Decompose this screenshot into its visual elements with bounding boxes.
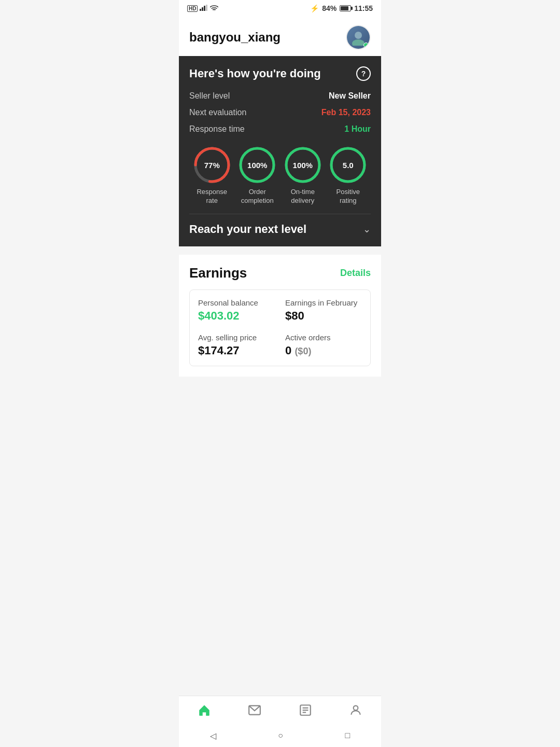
- active-orders-label: Active orders: [285, 333, 362, 342]
- orders-icon: [299, 703, 312, 720]
- svg-rect-2: [204, 6, 205, 11]
- svg-point-6: [352, 39, 365, 46]
- personal-balance-label: Personal balance: [198, 298, 275, 307]
- home-button[interactable]: ○: [278, 731, 283, 740]
- svg-point-5: [355, 32, 362, 39]
- metric-on-time-delivery: 100% On-timedelivery: [284, 146, 321, 205]
- battery-percent: 84%: [322, 4, 337, 12]
- status-bar: HD ⚡ 84%: [179, 0, 381, 17]
- next-evaluation-value: Feb 15, 2023: [321, 108, 371, 117]
- reach-next-level-text: Reach your next level: [189, 223, 306, 236]
- positive-rating-value: 5.0: [343, 161, 354, 170]
- earnings-section: Earnings Details Personal balance $403.0…: [179, 255, 381, 377]
- header: bangyou_xiang: [179, 17, 381, 56]
- response-rate-circle: 77%: [193, 146, 231, 184]
- avg-selling-price-item: Avg. selling price $174.27: [198, 333, 275, 357]
- order-completion-label: Ordercompletion: [241, 188, 274, 205]
- svg-point-4: [214, 10, 215, 10]
- card-header: Here's how you're doing ?: [189, 66, 371, 81]
- help-button[interactable]: ?: [356, 66, 371, 81]
- seller-level-label: Seller level: [189, 91, 230, 101]
- active-orders-sub: ($0): [295, 346, 311, 356]
- personal-balance-value: $403.02: [198, 309, 275, 323]
- next-evaluation-label: Next evaluation: [189, 108, 246, 117]
- metric-positive-rating: 5.0 Positiverating: [329, 146, 367, 205]
- svg-point-21: [354, 706, 358, 710]
- nav-orders[interactable]: [290, 701, 320, 722]
- message-icon: [248, 703, 261, 720]
- order-completion-value: 100%: [247, 161, 267, 170]
- home-icon: [198, 703, 211, 720]
- username: bangyou_xiang: [189, 30, 281, 45]
- response-time-value: 1 Hour: [344, 125, 371, 134]
- nav-home[interactable]: [189, 701, 219, 722]
- recents-button[interactable]: □: [345, 731, 351, 740]
- svg-rect-0: [200, 9, 201, 11]
- reach-next-level-row[interactable]: Reach your next level ⌄: [189, 223, 371, 236]
- nav-profile[interactable]: [341, 701, 371, 722]
- response-rate-label: Responserate: [197, 188, 227, 205]
- metric-response-rate: 77% Responserate: [193, 146, 231, 205]
- next-evaluation-row: Next evaluation Feb 15, 2023: [189, 108, 371, 117]
- signal-icon: [200, 5, 208, 12]
- android-nav: ◁ ○ □: [179, 726, 381, 747]
- earnings-grid: Personal balance $403.02 Earnings in Feb…: [198, 298, 362, 357]
- seller-level-row: Seller level New Seller: [189, 91, 371, 101]
- battery-icon: [340, 5, 351, 11]
- active-orders-value: 0 ($0): [285, 344, 362, 357]
- clock: 11:55: [354, 4, 373, 12]
- svg-rect-3: [206, 5, 207, 11]
- earnings-title: Earnings: [189, 265, 247, 281]
- details-link[interactable]: Details: [340, 268, 371, 279]
- bottom-nav: [179, 696, 381, 726]
- on-time-delivery-label: On-timedelivery: [291, 188, 315, 205]
- seller-level-value: New Seller: [329, 91, 371, 101]
- avg-selling-price-value: $174.27: [198, 344, 275, 357]
- status-right: ⚡ 84% 11:55: [310, 4, 373, 12]
- status-left: HD: [187, 5, 218, 12]
- back-button[interactable]: ◁: [210, 731, 216, 741]
- response-time-row: Response time 1 Hour: [189, 125, 371, 134]
- order-completion-circle: 100%: [239, 146, 276, 184]
- on-time-delivery-value: 100%: [293, 161, 313, 170]
- hd-icon: HD: [187, 5, 198, 12]
- profile-icon: [349, 703, 362, 720]
- avg-selling-price-label: Avg. selling price: [198, 333, 275, 342]
- svg-rect-1: [202, 7, 203, 11]
- metric-order-completion: 100% Ordercompletion: [239, 146, 276, 205]
- online-indicator: [363, 43, 369, 48]
- earnings-card: Personal balance $403.02 Earnings in Feb…: [189, 289, 371, 366]
- positive-rating-label: Positiverating: [336, 188, 360, 205]
- metrics-row: 77% Responserate 100% Ordercompletion: [189, 146, 371, 205]
- response-rate-value: 77%: [204, 161, 220, 170]
- earnings-february-item: Earnings in February $80: [285, 298, 362, 323]
- card-title: Here's how you're doing: [189, 67, 321, 80]
- wifi-icon: [210, 5, 218, 12]
- card-divider: [189, 214, 371, 214]
- on-time-delivery-circle: 100%: [284, 146, 321, 184]
- chevron-down-icon[interactable]: ⌄: [363, 224, 371, 235]
- nav-messages[interactable]: [240, 701, 270, 722]
- positive-rating-circle: 5.0: [329, 146, 367, 184]
- active-orders-item: Active orders 0 ($0): [285, 333, 362, 357]
- performance-card: Here's how you're doing ? Seller level N…: [179, 56, 381, 246]
- response-time-label: Response time: [189, 125, 245, 134]
- earnings-february-value: $80: [285, 309, 362, 323]
- personal-balance-item: Personal balance $403.02: [198, 298, 275, 323]
- avatar[interactable]: [346, 25, 371, 50]
- bluetooth-icon: ⚡: [310, 4, 319, 12]
- earnings-february-label: Earnings in February: [285, 298, 362, 307]
- earnings-header: Earnings Details: [189, 265, 371, 281]
